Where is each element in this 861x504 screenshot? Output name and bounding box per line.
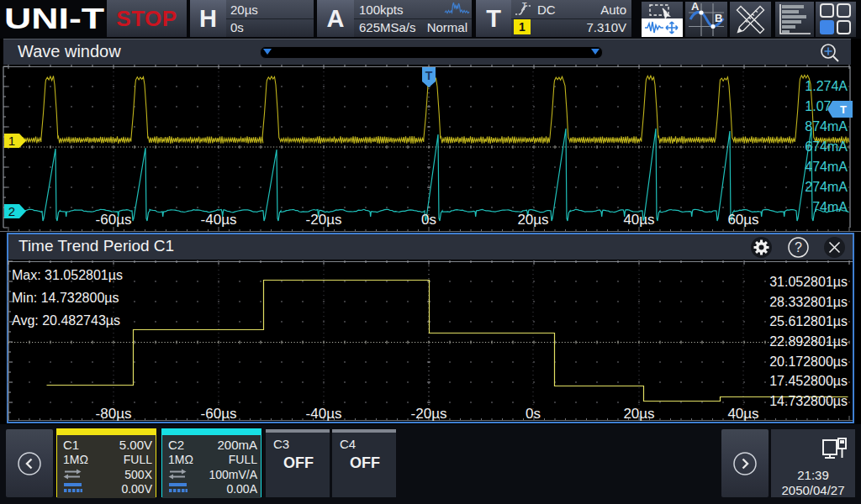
svg-text:0s: 0s	[526, 406, 541, 422]
svg-text:40µs: 40µs	[727, 406, 758, 422]
svg-text:Avg: 20.482743µs: Avg: 20.482743µs	[12, 313, 120, 328]
svg-text:-20µs: -20µs	[411, 406, 447, 422]
svg-text:-80µs: -80µs	[96, 406, 132, 422]
svg-text:Max: 31.052801µs: Max: 31.052801µs	[12, 268, 123, 282]
svg-text:-40µs: -40µs	[306, 406, 342, 422]
svg-text:20.172800µs: 20.172800µs	[769, 354, 848, 369]
svg-text:20µs: 20µs	[623, 406, 654, 422]
svg-text:14.732800µs: 14.732800µs	[769, 394, 848, 408]
svg-text:Min: 14.732800µs: Min: 14.732800µs	[12, 291, 119, 305]
svg-text:25.612801µs: 25.612801µs	[769, 314, 848, 328]
svg-text:22.892801µs: 22.892801µs	[769, 334, 848, 349]
svg-text:31.052801µs: 31.052801µs	[769, 275, 848, 289]
svg-text:17.452800µs: 17.452800µs	[769, 374, 848, 388]
svg-text:-60µs: -60µs	[201, 406, 237, 422]
svg-text:28.332801µs: 28.332801µs	[769, 295, 848, 309]
